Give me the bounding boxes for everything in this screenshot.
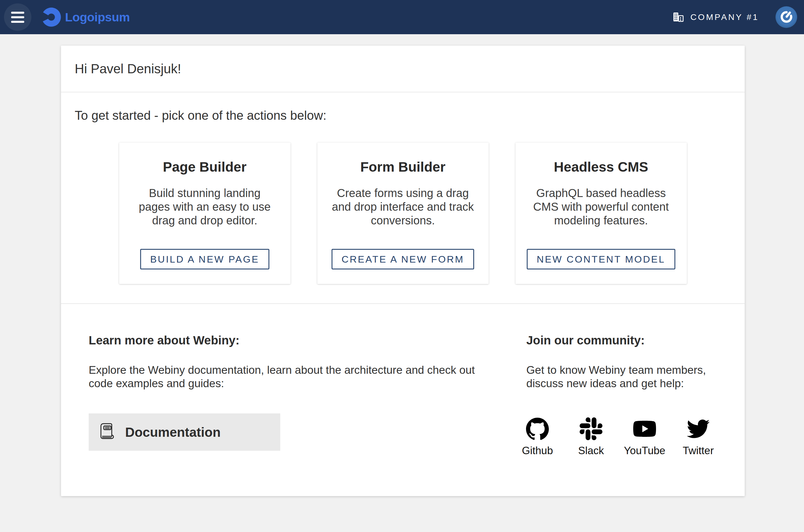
documentation-button[interactable]: Documentation xyxy=(89,413,280,451)
learn-more-column: Learn more about Webiny: Explore the Web… xyxy=(89,334,495,496)
card-description: GraphQL based headless CMS with powerful… xyxy=(530,186,672,227)
actions-intro-text: To get started - pick one of the actions… xyxy=(61,108,745,122)
book-icon xyxy=(97,422,115,442)
hamburger-menu-button[interactable] xyxy=(4,3,31,31)
learn-more-paragraph: Explore the Webiny documentation, learn … xyxy=(89,363,494,390)
page: Logoipsum COMPANY #1 xyxy=(0,0,804,532)
github-link[interactable]: Github xyxy=(516,417,559,457)
card-title: Headless CMS xyxy=(515,159,687,175)
power-icon xyxy=(776,7,797,28)
form-builder-card: Form Builder Create forms using a drag a… xyxy=(317,142,489,284)
create-new-form-button[interactable]: CREATE A NEW FORM xyxy=(331,249,474,269)
youtube-link[interactable]: YouTube xyxy=(623,417,666,457)
community-paragraph: Get to know Webiny team members, discuss… xyxy=(526,363,714,390)
github-label: Github xyxy=(522,445,553,457)
headless-cms-card: Headless CMS GraphQL based headless CMS … xyxy=(515,142,687,284)
community-heading: Join our community: xyxy=(526,334,726,347)
slack-label: Slack xyxy=(578,445,604,457)
user-avatar[interactable] xyxy=(776,6,797,28)
card-description: Create forms using a drag and drop inter… xyxy=(331,186,474,227)
new-content-model-button[interactable]: NEW CONTENT MODEL xyxy=(527,249,675,269)
documentation-button-label: Documentation xyxy=(125,424,221,440)
learn-more-heading: Learn more about Webiny: xyxy=(89,334,495,347)
card-title: Page Builder xyxy=(119,159,290,175)
logo-text: Logoipsum xyxy=(65,10,130,24)
greeting-title: Hi Pavel Denisjuk! xyxy=(75,61,181,76)
build-new-page-button[interactable]: BUILD A NEW PAGE xyxy=(140,249,269,269)
greeting-section: Hi Pavel Denisjuk! xyxy=(61,45,745,92)
card-description: Build stunning landing pages with an eas… xyxy=(133,186,276,227)
hamburger-icon xyxy=(11,12,24,14)
twitter-icon xyxy=(687,417,710,440)
youtube-label: YouTube xyxy=(624,445,665,457)
app-logo[interactable]: Logoipsum xyxy=(41,7,130,27)
actions-section: To get started - pick one of the actions… xyxy=(61,92,745,303)
community-column: Join our community: Get to know Webiny t… xyxy=(526,334,726,496)
page-builder-card: Page Builder Build stunning landing page… xyxy=(119,142,290,284)
top-navbar: Logoipsum COMPANY #1 xyxy=(0,0,804,34)
welcome-card: Hi Pavel Denisjuk! To get started - pick… xyxy=(61,45,745,496)
footer-section: Learn more about Webiny: Explore the Web… xyxy=(61,304,745,496)
twitter-link[interactable]: Twitter xyxy=(677,417,720,457)
action-cards-row: Page Builder Build stunning landing page… xyxy=(61,142,745,284)
social-links-row: Github Slack YouTube xyxy=(516,417,726,457)
slack-link[interactable]: Slack xyxy=(570,417,612,457)
company-name: COMPANY #1 xyxy=(690,12,759,22)
company-selector[interactable]: COMPANY #1 xyxy=(673,12,759,22)
logo-mark-icon xyxy=(41,7,61,27)
building-icon xyxy=(673,12,684,22)
card-title: Form Builder xyxy=(317,159,489,175)
youtube-icon xyxy=(633,417,656,440)
slack-icon xyxy=(580,417,602,440)
twitter-label: Twitter xyxy=(683,445,714,457)
github-icon xyxy=(526,417,549,440)
